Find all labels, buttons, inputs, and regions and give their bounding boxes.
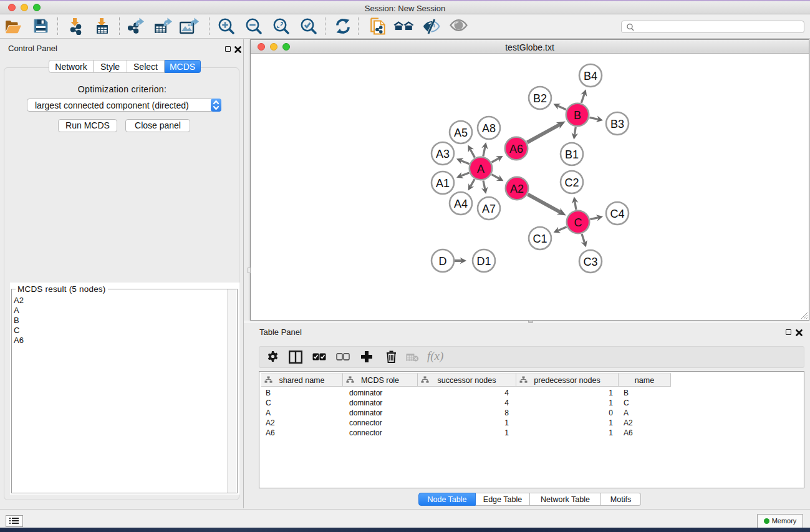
svg-text:B3: B3 <box>610 118 624 130</box>
svg-text:A7: A7 <box>482 203 496 215</box>
svg-text:C2: C2 <box>564 177 579 189</box>
svg-text:B1: B1 <box>565 148 579 161</box>
svg-text:C: C <box>574 216 582 229</box>
svg-text:A4: A4 <box>454 198 468 210</box>
svg-text:D1: D1 <box>476 255 491 268</box>
svg-text:A8: A8 <box>482 122 496 135</box>
svg-text:A3: A3 <box>436 148 450 160</box>
svg-text:C1: C1 <box>533 233 547 245</box>
svg-text:B2: B2 <box>533 92 547 105</box>
svg-text:A1: A1 <box>436 177 450 190</box>
svg-text:B: B <box>574 109 581 122</box>
svg-text:C3: C3 <box>583 256 597 268</box>
svg-text:A: A <box>477 163 485 175</box>
svg-text:D: D <box>439 255 447 268</box>
svg-text:C4: C4 <box>610 208 624 220</box>
svg-text:A2: A2 <box>510 183 524 195</box>
svg-text:A6: A6 <box>509 143 523 155</box>
svg-text:B4: B4 <box>584 70 597 82</box>
svg-text:A5: A5 <box>454 127 468 139</box>
